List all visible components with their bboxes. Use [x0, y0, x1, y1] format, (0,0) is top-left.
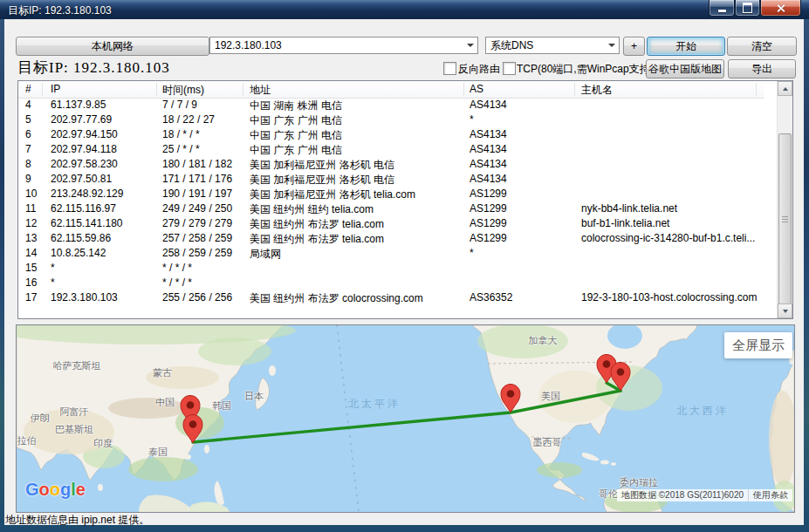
- maximize-button[interactable]: [735, 0, 760, 17]
- table-cell: buf-b1-link.telia.net: [581, 217, 669, 229]
- table-cell: 192-3-180-103-host.colocrossing.com: [581, 291, 757, 304]
- table-cell: * / * / *: [162, 262, 192, 274]
- table-row[interactable]: 8202.97.58.230180 / 181 / 182美国 加利福尼亚州 洛…: [18, 157, 764, 172]
- start-button[interactable]: 开始: [647, 37, 725, 56]
- table-cell: AS1299: [470, 188, 507, 200]
- google-logo[interactable]: Google: [25, 480, 86, 500]
- arrow-up-icon: [783, 87, 788, 91]
- table-cell: AS4134: [470, 143, 507, 155]
- table-row[interactable]: 1410.8.25.142258 / 259 / 259局域网*: [18, 246, 764, 261]
- table-cell: 257 / 258 / 259: [162, 232, 232, 244]
- terms-link[interactable]: 使用条款: [748, 489, 792, 501]
- titlebar[interactable]: 目标IP: 192.3.180.103: [0, 0, 809, 19]
- header-separator: [42, 83, 43, 96]
- table-row[interactable]: 7202.97.94.11825 / * / *中国 广东 广州 电信AS413…: [18, 142, 764, 157]
- header-separator: [463, 83, 464, 96]
- table-cell: 25 / * / *: [162, 143, 200, 155]
- local-network-button[interactable]: 本机网络: [16, 37, 209, 56]
- table-row[interactable]: 10213.248.92.129190 / 191 / 197美国 加利福尼亚州…: [18, 187, 764, 201]
- table-cell: 10: [25, 188, 37, 200]
- table-cell: 7: [25, 143, 31, 155]
- table-cell: 202.97.94.150: [51, 128, 118, 140]
- window-title: 目标IP: 192.3.180.103: [8, 3, 112, 18]
- minimize-button[interactable]: [709, 0, 735, 17]
- column-header[interactable]: 时间(ms): [162, 83, 204, 98]
- table-cell: 190 / 191 / 197: [162, 188, 232, 200]
- table-cell: AS4134: [470, 128, 507, 140]
- table-row[interactable]: 5202.97.77.6918 / 22 / 27中国 广东 广州 电信*: [18, 113, 764, 127]
- table-cell: AS36352: [470, 291, 512, 304]
- table-row[interactable]: 461.137.9.857 / 7 / 9中国 湖南 株洲 电信AS4134: [18, 98, 764, 113]
- table-header: #IP时间(ms)地址AS主机名: [18, 81, 764, 99]
- table-cell: 279 / 279 / 279: [162, 217, 232, 229]
- column-header[interactable]: IP: [51, 83, 60, 95]
- table-cell: 美国 纽约州 布法罗 colocrossing.com: [250, 291, 423, 306]
- add-button[interactable]: +: [623, 37, 645, 56]
- header-separator: [243, 83, 243, 96]
- table-row[interactable]: 9202.97.50.81171 / 171 / 176美国 加利福尼亚州 洛杉…: [18, 172, 764, 187]
- table-cell: *: [51, 276, 55, 289]
- table-cell: 11: [25, 202, 36, 215]
- table-cell: 中国 湖南 株洲 电信: [250, 99, 342, 113]
- table-cell: 4: [25, 99, 31, 111]
- table-cell: 中国 广东 广州 电信: [250, 143, 342, 158]
- table-cell: 5: [25, 113, 31, 126]
- table-cell: 61.137.9.85: [51, 99, 106, 111]
- traceroute-table: #IP时间(ms)地址AS主机名 461.137.9.857 / 7 / 9中国…: [17, 80, 793, 319]
- table-cell: 局域网: [250, 247, 281, 262]
- table-cell: 16: [25, 276, 37, 289]
- reverse-route-label[interactable]: 反向路由: [458, 62, 500, 77]
- table-cell: 9: [25, 173, 31, 185]
- table-row[interactable]: 1262.115.141.180279 / 279 / 279美国 纽约州 布法…: [18, 216, 764, 231]
- chevron-down-icon[interactable]: [604, 38, 619, 53]
- scroll-up-button[interactable]: [778, 81, 792, 96]
- table-cell: 14: [25, 247, 37, 259]
- fullscreen-button[interactable]: 全屏显示: [724, 332, 792, 358]
- table-cell: AS1299: [470, 232, 507, 244]
- table-cell: *: [51, 262, 55, 274]
- column-header[interactable]: #: [25, 83, 31, 95]
- table-cell: AS1299: [470, 202, 507, 215]
- table-row[interactable]: 16** / * / *: [18, 276, 764, 290]
- tcp-label[interactable]: TCP(80端口,需WinPcap支持): [517, 62, 654, 77]
- map-attribution: 地图数据 ©2018 GS(2011)6020 使用条款: [617, 489, 792, 501]
- table-cell: 192.3.180.103: [51, 291, 118, 304]
- close-button[interactable]: [760, 0, 801, 17]
- header-separator: [574, 83, 575, 96]
- table-row[interactable]: 1162.115.116.97249 / 249 / 250美国 纽约州 纽约 …: [18, 201, 764, 216]
- table-cell: 8: [25, 158, 31, 170]
- close-icon: [776, 3, 785, 13]
- google-china-map-button[interactable]: 谷歌中国版地图: [646, 59, 724, 78]
- scrollbar-thumb[interactable]: [778, 133, 792, 304]
- table-row[interactable]: 17192.3.180.103255 / 256 / 256美国 纽约州 布法罗…: [18, 290, 764, 305]
- clear-button[interactable]: 清空: [727, 37, 797, 56]
- column-header[interactable]: AS: [470, 83, 483, 95]
- table-cell: *: [470, 113, 474, 126]
- table-cell: *: [470, 247, 474, 259]
- tcp-checkbox[interactable]: [503, 62, 516, 75]
- target-ip-combobox[interactable]: 192.3.180.103: [209, 37, 478, 54]
- scroll-down-button[interactable]: [778, 304, 792, 318]
- dns-combobox[interactable]: 系统DNS: [485, 37, 620, 54]
- table-row[interactable]: 6202.97.94.15018 / * / *中国 广东 广州 电信AS413…: [18, 127, 764, 142]
- table-cell: 202.97.94.118: [51, 143, 117, 155]
- table-cell: 美国 纽约州 布法罗 telia.com: [250, 232, 384, 247]
- chevron-down-icon[interactable]: [463, 38, 477, 53]
- column-header[interactable]: 地址: [250, 83, 271, 98]
- minimize-icon: [718, 10, 726, 12]
- table-cell: 18 / * / *: [162, 128, 200, 140]
- maximize-icon: [743, 3, 752, 13]
- table-cell: AS4134: [470, 99, 507, 111]
- table-cell: 202.97.77.69: [51, 113, 112, 126]
- attribution-text: 地图数据 ©2018 GS(2011)6020: [617, 489, 748, 501]
- table-row[interactable]: 1362.115.59.86257 / 258 / 259美国 纽约州 布法罗 …: [18, 231, 764, 246]
- map-canvas[interactable]: 哈萨克斯坦蒙古中国日本韩国阿富汗伊朗巴基斯坦阿拉伯印度泰国北太平洋加拿大美国墨西…: [16, 324, 795, 513]
- reverse-route-checkbox[interactable]: [443, 62, 456, 75]
- export-button[interactable]: 导出: [728, 59, 796, 78]
- table-row[interactable]: 15** / * / *: [18, 261, 764, 276]
- map-base: [17, 325, 794, 512]
- table-cell: 258 / 259 / 259: [162, 247, 232, 259]
- table-cell: 171 / 171 / 176: [162, 173, 232, 185]
- vertical-scrollbar[interactable]: [777, 81, 792, 318]
- column-header[interactable]: 主机名: [581, 83, 613, 98]
